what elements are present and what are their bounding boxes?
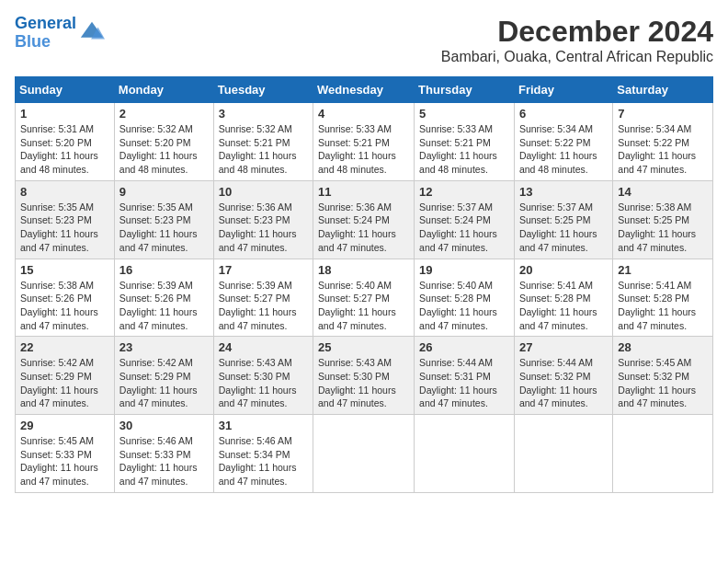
table-row: 6 Sunrise: 5:34 AMSunset: 5:22 PMDayligh… [514,103,612,181]
col-friday: Friday [514,77,612,103]
table-row: 24 Sunrise: 5:43 AMSunset: 5:30 PMDaylig… [213,337,313,415]
table-row: 23 Sunrise: 5:42 AMSunset: 5:29 PMDaylig… [114,337,213,415]
col-tuesday: Tuesday [213,77,313,103]
table-row: 5 Sunrise: 5:33 AMSunset: 5:21 PMDayligh… [415,103,515,181]
col-thursday: Thursday [415,77,515,103]
table-row: 25 Sunrise: 5:43 AMSunset: 5:30 PMDaylig… [313,337,415,415]
header: GeneralBlue December 2024 Bambari, Ouaka… [15,15,713,65]
table-row: 9 Sunrise: 5:35 AMSunset: 5:23 PMDayligh… [114,180,213,259]
table-row: 30 Sunrise: 5:46 AMSunset: 5:33 PMDaylig… [114,415,213,493]
table-row: 1 Sunrise: 5:31 AMSunset: 5:20 PMDayligh… [16,103,115,181]
table-row: 15 Sunrise: 5:38 AMSunset: 5:26 PMDaylig… [16,259,115,337]
table-row: 31 Sunrise: 5:46 AMSunset: 5:34 PMDaylig… [213,415,313,493]
empty-cell [514,415,612,493]
table-row: 29 Sunrise: 5:45 AMSunset: 5:33 PMDaylig… [16,415,115,493]
empty-cell [613,415,713,493]
empty-cell [415,415,515,493]
logo-text: GeneralBlue [15,15,76,52]
table-row: 27 Sunrise: 5:44 AMSunset: 5:32 PMDaylig… [514,337,612,415]
table-row: 11 Sunrise: 5:36 AMSunset: 5:24 PMDaylig… [313,180,415,259]
table-row: 16 Sunrise: 5:39 AMSunset: 5:26 PMDaylig… [114,259,213,337]
title-block: December 2024 Bambari, Ouaka, Central Af… [441,15,713,65]
col-wednesday: Wednesday [313,77,415,103]
col-sunday: Sunday [16,77,115,103]
table-row: 14 Sunrise: 5:38 AMSunset: 5:25 PMDaylig… [613,180,713,259]
table-row: 7 Sunrise: 5:34 AMSunset: 5:22 PMDayligh… [613,103,713,181]
table-row: 12 Sunrise: 5:37 AMSunset: 5:24 PMDaylig… [415,180,515,259]
table-row: 22 Sunrise: 5:42 AMSunset: 5:29 PMDaylig… [16,337,115,415]
table-row: 21 Sunrise: 5:41 AMSunset: 5:28 PMDaylig… [613,259,713,337]
logo-icon [79,20,105,46]
location-title: Bambari, Ouaka, Central African Republic [441,49,713,65]
month-title: December 2024 [441,15,713,49]
col-monday: Monday [114,77,213,103]
header-row: Sunday Monday Tuesday Wednesday Thursday… [16,77,713,103]
table-row: 20 Sunrise: 5:41 AMSunset: 5:28 PMDaylig… [514,259,612,337]
table-row: 10 Sunrise: 5:36 AMSunset: 5:23 PMDaylig… [213,180,313,259]
table-row: 8 Sunrise: 5:35 AMSunset: 5:23 PMDayligh… [16,180,115,259]
table-row: 13 Sunrise: 5:37 AMSunset: 5:25 PMDaylig… [514,180,612,259]
table-row: 28 Sunrise: 5:45 AMSunset: 5:32 PMDaylig… [613,337,713,415]
table-row: 3 Sunrise: 5:32 AMSunset: 5:21 PMDayligh… [213,103,313,181]
col-saturday: Saturday [613,77,713,103]
table-row: 4 Sunrise: 5:33 AMSunset: 5:21 PMDayligh… [313,103,415,181]
table-row: 17 Sunrise: 5:39 AMSunset: 5:27 PMDaylig… [213,259,313,337]
table-row: 2 Sunrise: 5:32 AMSunset: 5:20 PMDayligh… [114,103,213,181]
table-row: 19 Sunrise: 5:40 AMSunset: 5:28 PMDaylig… [415,259,515,337]
table-row: 18 Sunrise: 5:40 AMSunset: 5:27 PMDaylig… [313,259,415,337]
empty-cell [313,415,415,493]
logo: GeneralBlue [15,15,105,52]
calendar-table: Sunday Monday Tuesday Wednesday Thursday… [15,76,713,493]
table-row: 26 Sunrise: 5:44 AMSunset: 5:31 PMDaylig… [415,337,515,415]
